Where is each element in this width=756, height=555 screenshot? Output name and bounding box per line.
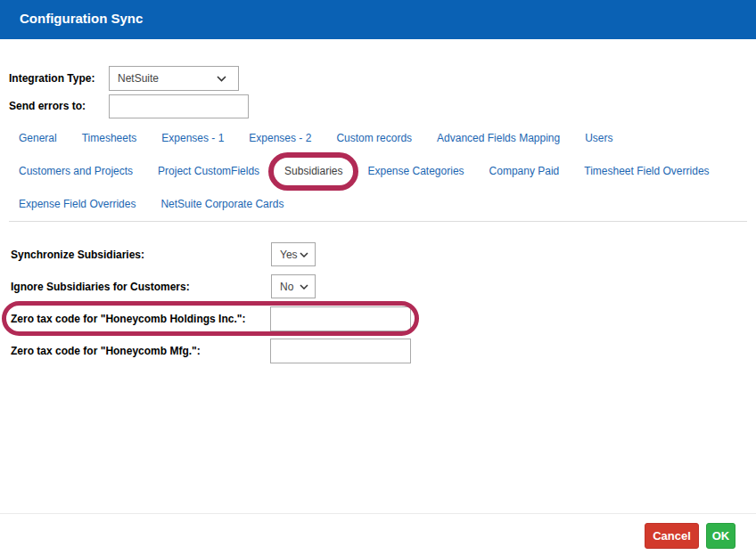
annotation-circle-subsidiaries xyxy=(268,152,358,191)
ignore-subsidiaries-select[interactable]: No xyxy=(271,274,316,298)
annotation-circle-zero-tax-holdings xyxy=(2,301,419,336)
send-errors-input[interactable] xyxy=(109,94,249,118)
tab-expense-field-overrides[interactable]: Expense Field Overrides xyxy=(19,199,136,210)
integration-type-value: NetSuite xyxy=(110,72,217,85)
tab-row-3: Expense Field Overrides NetSuite Corpora… xyxy=(19,199,284,210)
chevron-down-icon xyxy=(300,284,308,290)
tab-customers-and-projects[interactable]: Customers and Projects xyxy=(19,166,133,177)
send-errors-label: Send errors to: xyxy=(9,101,86,112)
ignore-subsidiaries-label: Ignore Subsidiaries for Customers: xyxy=(11,282,190,293)
sync-subsidiaries-value: Yes xyxy=(272,249,300,261)
tabs-divider xyxy=(9,221,747,222)
sync-subsidiaries-select[interactable]: Yes xyxy=(271,242,316,266)
chevron-down-icon xyxy=(300,252,308,257)
tab-company-paid[interactable]: Company Paid xyxy=(489,166,560,177)
tab-subsidiaries[interactable]: Subsidiaries xyxy=(284,166,342,177)
sync-subsidiaries-label: Synchronize Subsidiaries: xyxy=(11,249,144,261)
tab-row-1: General Timesheets Expenses - 1 Expenses… xyxy=(19,133,613,144)
zero-tax-mfg-input[interactable] xyxy=(270,339,411,363)
tab-expense-categories[interactable]: Expense Categories xyxy=(367,166,464,177)
tab-expenses-1[interactable]: Expenses - 1 xyxy=(161,133,224,144)
integration-type-select[interactable]: NetSuite xyxy=(109,66,239,91)
tab-timesheets[interactable]: Timesheets xyxy=(82,133,137,144)
page-title: Configuration Sync xyxy=(20,11,143,26)
title-bar: Configuration Sync xyxy=(0,0,756,39)
chevron-down-icon xyxy=(217,76,226,82)
zero-tax-mfg-label: Zero tax code for "Honeycomb Mfg.": xyxy=(11,346,201,357)
tab-row-2: Customers and Projects Project CustomFie… xyxy=(19,166,710,177)
tab-advanced-fields-mapping[interactable]: Advanced Fields Mapping xyxy=(437,133,560,144)
cancel-button[interactable]: Cancel xyxy=(645,523,699,549)
tab-expenses-2[interactable]: Expenses - 2 xyxy=(249,133,311,144)
tab-custom-records[interactable]: Custom records xyxy=(336,133,412,144)
ignore-subsidiaries-value: No xyxy=(272,281,300,293)
tab-netsuite-corporate-cards[interactable]: NetSuite Corporate Cards xyxy=(160,199,284,210)
tab-timesheet-field-overrides[interactable]: Timesheet Field Overrides xyxy=(584,166,709,177)
ok-button[interactable]: OK xyxy=(706,523,735,549)
integration-type-label: Integration Type: xyxy=(9,73,94,85)
tab-general[interactable]: General xyxy=(19,133,57,144)
tab-project-customfields[interactable]: Project CustomFields xyxy=(158,166,259,177)
footer-divider xyxy=(0,513,756,514)
tab-users[interactable]: Users xyxy=(585,133,612,144)
